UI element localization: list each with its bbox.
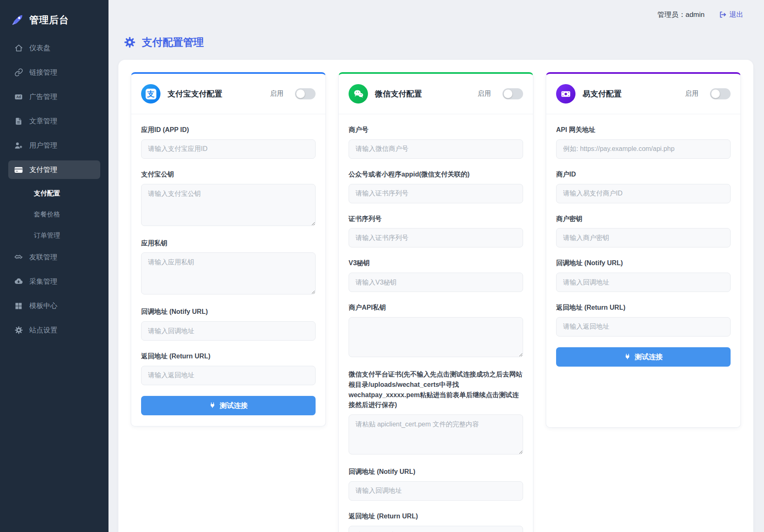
page-title: 支付配置管理	[142, 35, 204, 49]
test-connection-button[interactable]: 测试连接	[141, 396, 316, 415]
gear-icon	[124, 36, 136, 48]
app-private-key-textarea[interactable]	[141, 252, 316, 294]
alipay-public-key-textarea[interactable]	[141, 184, 316, 226]
field-label: 微信支付平台证书(先不输入先点击测试连接成功之后去网站根目录/uploads/w…	[349, 370, 523, 410]
sidebar-subitem-package-price[interactable]: 套餐价格	[8, 206, 100, 224]
field-label: 商户API私钥	[349, 303, 523, 313]
wechat-icon	[349, 84, 368, 104]
alipay-config-card: 支 支付宝支付配置 启用 应用ID (APP ID) 支付宝公钥 应	[131, 72, 326, 426]
field-label: API 网关地址	[556, 125, 731, 135]
sidebar-item-site-settings[interactable]: 站点设置	[8, 321, 100, 339]
enable-toggle[interactable]	[710, 88, 731, 99]
field-label: 应用私钥	[141, 238, 316, 249]
article-icon	[14, 117, 23, 126]
sidebar-item-links[interactable]: 链接管理	[8, 63, 100, 82]
enable-toggle[interactable]	[295, 88, 316, 99]
sidebar-item-friend-links[interactable]: 友联管理	[8, 248, 100, 266]
card-title: 易支付配置	[582, 89, 678, 99]
enable-label: 启用	[685, 89, 698, 98]
return-url-input[interactable]	[141, 366, 316, 385]
field-label: 回调地址 (Notify URL)	[141, 307, 316, 317]
sidebar-item-label: 友联管理	[29, 252, 57, 262]
sidebar-item-label: 模板中心	[29, 301, 57, 311]
cloud-download-icon	[14, 277, 23, 286]
page-title-row: 支付配置管理	[108, 29, 764, 60]
sidebar-item-articles[interactable]: 文章管理	[8, 112, 100, 130]
field-label: 返回地址 (Return URL)	[141, 351, 316, 362]
admin-label: 管理员：admin	[658, 10, 705, 19]
return-url-input[interactable]	[556, 317, 731, 337]
svg-text:Ad: Ad	[17, 95, 21, 99]
cert-serial-input[interactable]	[349, 228, 523, 247]
field-label: 支付宝公钥	[141, 169, 316, 180]
field-label: 回调地址 (Notify URL)	[349, 467, 523, 477]
sidebar-item-label: 用户管理	[29, 141, 57, 150]
field-label: 商户密钥	[556, 214, 731, 224]
sidebar-item-templates[interactable]: 模板中心	[8, 297, 100, 315]
card-header: 微信支付配置 启用	[339, 74, 533, 114]
field-label: 商户号	[349, 125, 523, 135]
card-title: 微信支付配置	[375, 89, 471, 99]
field-label: 返回地址 (Return URL)	[349, 511, 523, 522]
banknote-icon	[556, 84, 575, 104]
sidebar-item-dashboard[interactable]: 仪表盘	[8, 39, 100, 57]
merchant-number-input[interactable]	[349, 139, 523, 159]
card-title: 支付宝支付配置	[167, 89, 263, 99]
notify-url-input[interactable]	[141, 321, 316, 341]
sidebar-item-label: 站点设置	[29, 325, 57, 335]
sidebar-item-collection[interactable]: 采集管理	[8, 272, 100, 291]
appid-input[interactable]	[349, 184, 523, 203]
ad-icon: Ad	[14, 92, 23, 101]
platform-cert-textarea[interactable]	[349, 414, 523, 454]
link-icon	[14, 68, 23, 77]
plug-icon	[624, 353, 631, 360]
epay-config-card: 易支付配置 启用 API 网关地址 商户ID 商户密钥	[546, 72, 741, 428]
notify-url-input[interactable]	[556, 273, 731, 292]
grid-icon	[14, 301, 23, 311]
enable-label: 启用	[478, 89, 491, 98]
sidebar-item-label: 广告管理	[29, 92, 57, 101]
v3-key-input[interactable]	[349, 273, 523, 292]
sidebar-item-label: 链接管理	[29, 68, 57, 77]
user-gear-icon	[14, 141, 23, 150]
topbar: 管理员：admin 退出	[108, 0, 764, 29]
logout-label: 退出	[729, 10, 743, 19]
enable-toggle[interactable]	[502, 88, 523, 99]
app-id-input[interactable]	[141, 139, 316, 159]
merchant-key-input[interactable]	[556, 228, 731, 247]
notify-url-input[interactable]	[349, 481, 523, 501]
sidebar-item-label: 支付管理	[29, 165, 57, 174]
brand-title: 管理后台	[29, 14, 69, 26]
field-label: V3秘钥	[349, 258, 523, 268]
merchant-api-key-textarea[interactable]	[349, 317, 523, 357]
sidebar-item-ads[interactable]: Ad 广告管理	[8, 87, 100, 106]
logout-link[interactable]: 退出	[719, 10, 743, 19]
sidebar-subitem-orders[interactable]: 订单管理	[8, 227, 100, 245]
credit-card-icon	[14, 165, 23, 174]
test-connection-button[interactable]: 测试连接	[556, 347, 731, 367]
sidebar: 管理后台 仪表盘 链接管理 Ad 广告管理 文章管理 用户管理 支	[0, 0, 108, 532]
field-label: 公众号或者小程序appid(微信支付关联的)	[349, 169, 523, 180]
brand: 管理后台	[0, 11, 108, 39]
gear-icon	[14, 326, 23, 335]
card-header: 易支付配置 启用	[546, 74, 740, 114]
home-icon	[14, 44, 23, 53]
sidebar-item-users[interactable]: 用户管理	[8, 136, 100, 155]
merchant-id-input[interactable]	[556, 184, 731, 203]
field-label: 回调地址 (Notify URL)	[556, 258, 731, 268]
content-panel: 支 支付宝支付配置 启用 应用ID (APP ID) 支付宝公钥 应	[118, 60, 753, 532]
return-url-input[interactable]	[349, 526, 523, 532]
rocket-icon	[11, 13, 24, 26]
sidebar-item-payment[interactable]: 支付管理	[8, 160, 100, 179]
field-label: 应用ID (APP ID)	[141, 125, 316, 135]
handshake-icon	[14, 253, 23, 262]
api-gateway-input[interactable]	[556, 139, 731, 159]
field-label: 证书序列号	[349, 214, 523, 224]
sign-out-icon	[719, 11, 726, 19]
plug-icon	[209, 402, 216, 409]
alipay-icon: 支	[141, 84, 160, 104]
card-header: 支 支付宝支付配置 启用	[131, 74, 325, 114]
sidebar-subitem-payment-config[interactable]: 支付配置	[8, 185, 100, 202]
field-label: 返回地址 (Return URL)	[556, 303, 731, 313]
wechat-config-card: 微信支付配置 启用 商户号 公众号或者小程序appid(微信支付关联的) 证书序…	[338, 72, 533, 532]
